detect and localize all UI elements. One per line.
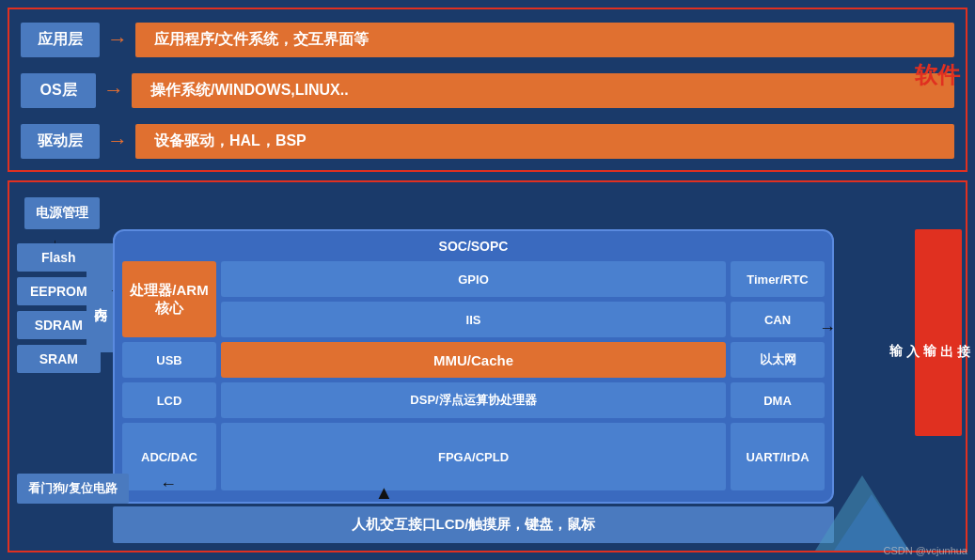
hmi-bar: 人机交互接口LCD/触摸屏，键盘，鼠标 [113, 506, 834, 543]
lcd-cell: LCD [122, 382, 216, 418]
app-layer-content: 应用程序/文件系统，交互界面等 [135, 23, 954, 57]
watchdog-arrow: ← [160, 474, 177, 494]
gpio-cell: GPIO [221, 261, 726, 297]
watermark: CSDN @vcjunhua [884, 545, 967, 556]
uart-cell: UART/IrDA [731, 423, 825, 490]
soc-title: SOC/SOPC [122, 239, 825, 254]
iis-cell: IIS [221, 302, 726, 337]
dsp-cell: DSP/浮点运算协处理器 [221, 382, 726, 418]
processor-cell: 处理器/ARM核心 [122, 261, 216, 337]
os-layer-content: 操作系统/WINDOWS,LINUX.. [132, 73, 954, 108]
usb-cell: USB [122, 342, 216, 378]
ethernet-cell: 以太网 [731, 342, 825, 378]
software-label: 软件 [915, 60, 960, 90]
os-layer-label: OS层 [21, 73, 96, 108]
dma-cell: DMA [731, 382, 825, 418]
driver-layer-row: 驱动层 → 设备驱动，HAL，BSP [21, 120, 954, 162]
os-layer-row: OS层 → 操作系统/WINDOWS,LINUX.. [21, 70, 954, 111]
soc-io-arrow: → [819, 319, 836, 338]
fpga-cell: FPGA/CPLD [221, 423, 726, 490]
app-layer-label: 应用层 [21, 23, 100, 57]
main-container: 应用层 → 应用程序/文件系统，交互界面等 OS层 → 操作系统/WINDOWS… [0, 0, 975, 560]
soc-area: SOC/SOPC GPIO 处理器/ARM核心 Timer/RTC IIS CA… [113, 229, 834, 504]
hardware-section: 硬件 电源管理 ↓ Flash EEPROM SDRAM SRAM 内存 → S… [8, 180, 967, 552]
arrow-right-app: → [107, 27, 128, 52]
watchdog-box: 看门狗/复位电路 [17, 474, 129, 504]
arrow-right-os: → [103, 78, 124, 102]
power-box: 电源管理 [24, 197, 100, 229]
software-section: 应用层 → 应用程序/文件系统，交互界面等 OS层 → 操作系统/WINDOWS… [8, 8, 967, 172]
app-layer-row: 应用层 → 应用程序/文件系统，交互界面等 [21, 19, 954, 60]
io-interface-box: 输入输出接口 [915, 229, 962, 436]
hmi-arrow-up: ▲ [375, 482, 394, 504]
driver-layer-content: 设备驱动，HAL，BSP [135, 124, 954, 159]
mmu-cell: MMU/Cache [221, 342, 726, 378]
timer-rtc-cell: Timer/RTC [731, 261, 825, 297]
driver-layer-label: 驱动层 [21, 124, 100, 159]
deco-triangles [815, 475, 909, 551]
can-cell: CAN [731, 302, 825, 337]
arrow-right-driver: → [107, 129, 128, 153]
soc-grid: GPIO 处理器/ARM核心 Timer/RTC IIS CAN USB MMU… [122, 261, 825, 490]
